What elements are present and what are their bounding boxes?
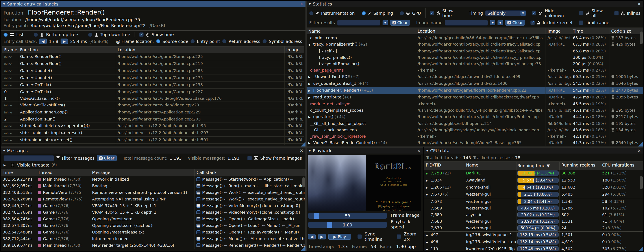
- scrollbar-thumb[interactable]: [640, 176, 643, 189]
- chevron-down-icon[interactable]: ▼: [520, 11, 526, 16]
- callstack-icon[interactable]: [196, 244, 200, 247]
- close-icon[interactable]: ✕: [300, 2, 303, 6]
- table-row[interactable]: 389,169,674nsMain thread (7,750)New rend…: [1, 242, 306, 249]
- inlines-checkbox[interactable]: [614, 11, 619, 16]
- table-row[interactable]: __GI__dl_find_dso_for_object/usr/src/deb…: [306, 120, 643, 127]
- collapse-icon[interactable]: ▼: [309, 2, 311, 6]
- expand-icon[interactable]: ▶: [426, 246, 430, 251]
- table-row[interactable]: ▶1,834Xwayland9.57 s (39.44%)12,553188 (…: [424, 177, 643, 184]
- table-row[interactable]: 2Application::Run()/home/wolf/darkrl/src…: [2, 116, 304, 122]
- resize-grip[interactable]: [301, 246, 306, 251]
- table-row[interactable]: 382,647,488nsGame (7,776)Opening /meta/r…: [1, 229, 306, 236]
- callstack-icon[interactable]: [196, 190, 200, 194]
- return-address-radio[interactable]: [222, 39, 226, 44]
- playback-speed-slider[interactable]: 1.00: [308, 222, 387, 228]
- callstack-icon[interactable]: [196, 224, 200, 228]
- table-row[interactable]: ▶496irq/175-iwlwifi:default_qu132.14 ms …: [424, 238, 643, 246]
- callstack-cell[interactable]: Message() ← Work() ← execute_native_thre…: [195, 196, 306, 202]
- collapse-expander-icon[interactable]: ▼: [308, 42, 313, 48]
- close-icon[interactable]: ✕: [638, 148, 641, 153]
- visible-threads-expander[interactable]: ▶: [4, 164, 8, 167]
- table-row[interactable]: 1VideoGLBase::Tick()/home/wolf/darkrl/sr…: [2, 95, 304, 102]
- prev-stack-button[interactable]: ◀: [39, 38, 47, 44]
- column-header[interactable]: Image: [284, 46, 304, 53]
- expand-icon[interactable]: ▶: [308, 74, 313, 80]
- table-row[interactable]: ▼7,673 (5)wezterm-gui2.15 s (8.86%)5,485…: [424, 191, 643, 198]
- column-header[interactable]: Frame: [2, 46, 18, 53]
- table-row[interactable]: inlineGame::RenderFloor()/home/wolf/dark…: [2, 60, 304, 68]
- table-row[interactable]: 7,680async-io29.02 ms (0.12%)80261 (7.61…: [424, 212, 643, 218]
- collapse-icon[interactable]: ▼: [426, 149, 428, 152]
- table-row[interactable]: 382,712,444nsGame (7,776)Intro menu load…: [1, 236, 306, 242]
- expand-icon[interactable]: ▶: [426, 170, 430, 177]
- gpu-radio[interactable]: [400, 11, 404, 16]
- table-row[interactable]: ▶497irq/176-iwlwifi:queue_1132.15 ms (0.…: [424, 231, 643, 238]
- column-header[interactable]: Running time ▼: [516, 162, 560, 170]
- clear-filter-button[interactable]: xClear: [390, 20, 410, 26]
- messages-table-header[interactable]: TimeThreadMessageCall stack: [1, 169, 306, 176]
- top-down-radio[interactable]: [88, 32, 92, 37]
- table-row[interactable]: ▶119kworker/u17:0+i915_flip127.48 ms (0.…: [424, 246, 643, 251]
- column-header[interactable]: Thread: [36, 169, 90, 176]
- callstack-cell[interactable]: Message() ← Work() ← execute_native_thre…: [195, 189, 306, 196]
- table-row[interactable]: 382,449,712nsGame (7,776)VRAM 37x45: 13 …: [1, 202, 306, 209]
- frames-table-header[interactable]: FrameFunctionLocationImage: [2, 46, 304, 53]
- table-row[interactable]: ▶read_attribute (+8)/home/wolf/darkrl/co…: [306, 94, 643, 101]
- callstack-icon[interactable]: [196, 237, 200, 241]
- callstack-cell[interactable]: Message() ← Menu() ← _M_run ← execute_na…: [195, 236, 306, 242]
- play-button[interactable]: ▶ Play: [328, 234, 351, 240]
- table-row[interactable]: ▶uw_update_context_1 (+14)/usr/src/debug…: [306, 80, 643, 87]
- source-code-radio[interactable]: [156, 39, 160, 44]
- callstack-cell[interactable]: Message() ← Open() ← GetImageSize ← Load…: [195, 216, 306, 222]
- table-row[interactable]: d_count_templates_scopes/usr/src/debug/g…: [306, 107, 643, 114]
- column-header[interactable]: Location: [416, 28, 546, 34]
- bottom-up-radio[interactable]: [34, 32, 38, 37]
- callstack-icon[interactable]: [196, 197, 200, 201]
- filter-dropdown-icon[interactable]: ▼: [382, 20, 388, 25]
- resize-grip[interactable]: [638, 246, 643, 251]
- table-row[interactable]: 382,481,766nsGame (7,776)VRAM 43x45: 15 …: [1, 209, 306, 216]
- column-header[interactable]: Name: [464, 162, 516, 170]
- table-row[interactable]: inlineGame::RenderFloor()/home/wolf/dark…: [2, 53, 304, 60]
- clear-image-button[interactable]: xClear: [505, 20, 525, 26]
- column-header[interactable]: Call stack: [195, 169, 306, 176]
- table-row[interactable]: 382,408,518nsRemoteView (7,775)Remote vi…: [1, 189, 306, 196]
- table-row[interactable]: 7,673wezterm-gui2.04 s (8.41%)1,34258 (4…: [424, 198, 643, 205]
- resize-grip[interactable]: [638, 142, 643, 146]
- callstack-cell[interactable]: Message() ← Open() ← Load() ← Menu() ← _…: [195, 222, 306, 229]
- column-header[interactable]: Image: [546, 28, 571, 34]
- table-row[interactable]: 382,428,269nsRemoteView (7,775)Attemptin…: [1, 196, 306, 202]
- expand-icon[interactable]: ▶: [308, 80, 313, 87]
- table-row[interactable]: 381,692,052nsMain thread (7,750)Booting.…: [1, 182, 306, 189]
- table-row[interactable]: inlineVideo::GetTicksHiRes()/home/wolf/d…: [2, 102, 304, 109]
- callstack-cell[interactable]: Message() ← VideoMemory() [clone .constp…: [195, 209, 306, 216]
- expand-icon[interactable]: ▶: [308, 94, 313, 101]
- column-header[interactable]: Name: [306, 28, 416, 34]
- expand-icon[interactable]: ▶: [308, 140, 313, 146]
- scrollbar-thumb[interactable]: [640, 32, 643, 44]
- table-row[interactable]: ▶1,206 (12)gnome-shell4.64 s (19.10%)11,…: [424, 184, 643, 191]
- list-radio[interactable]: [4, 32, 8, 37]
- table-row[interactable]: 0Game::OnTick()/home/wolf/darkrl/src/gam…: [2, 88, 304, 95]
- callstack-icon[interactable]: [196, 177, 200, 181]
- statistics-table-header[interactable]: NameLocationImageTimeCode size: [306, 28, 643, 34]
- close-icon[interactable]: ✕: [300, 148, 303, 153]
- table-row[interactable]: ▶FloorRenderer::Render() (+13)/home/wolf…: [306, 87, 643, 94]
- collapse-icon[interactable]: ▼: [309, 149, 311, 152]
- table-row[interactable]: inlineGame::Update()/home/wolf/darkrl/sr…: [2, 74, 304, 82]
- table-row[interactable]: tracy::rpmalloc()/home/wolf/darkrl/contr…: [306, 54, 643, 60]
- callstack-cell[interactable]: Message() ← StartNetwork() ← Application…: [195, 176, 306, 182]
- table-row[interactable]: 382,574,807nsGame (7,776)Opening /forest…: [1, 222, 306, 229]
- callstack-cell[interactable]: Message() ← RenderTarget() ← Render() ← …: [195, 242, 306, 249]
- table-row[interactable]: d_print_comp/usr/src/debug/gcc-build/x86…: [306, 34, 643, 41]
- close-icon[interactable]: ✕: [638, 2, 641, 6]
- statistics-titlebar[interactable]: ▼ Statistics ✕: [306, 1, 643, 7]
- expand-icon[interactable]: ▶: [426, 184, 430, 191]
- table-row[interactable]: inlinestd::unique_ptr<>::reset()/usr/inc…: [2, 136, 304, 144]
- next-stack-button[interactable]: ▶: [60, 38, 68, 44]
- table-row[interactable]: 3main/home/wolf/darkrl/src/EntryPointPos…: [2, 144, 304, 145]
- sampling-radio[interactable]: [362, 11, 366, 16]
- image-name-input[interactable]: [445, 20, 488, 26]
- column-header[interactable]: Running regions: [560, 162, 600, 170]
- expand-icon[interactable]: ▶: [426, 232, 430, 238]
